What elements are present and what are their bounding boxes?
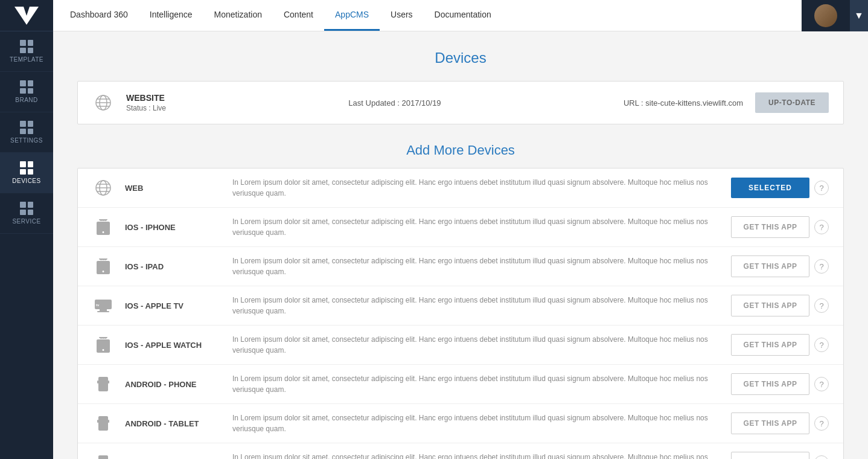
sidebar-item-template[interactable]: TEMPLATE [0, 31, 53, 72]
android-tablet-icon [92, 416, 114, 431]
web-icon [92, 179, 114, 196]
sidebar-item-devices[interactable]: DEVICES [0, 153, 53, 193]
device-action: GET THIS APP ? [731, 216, 829, 238]
add-devices-title: Add More Devices [77, 143, 844, 158]
devices-icon [20, 161, 33, 175]
device-action: GET THIS APP ? [731, 334, 829, 356]
svg-rect-15 [97, 380, 98, 384]
svg-marker-0 [14, 7, 39, 25]
table-row: ANDROID - TV In Lorem ipsum dolor sit am… [78, 443, 843, 459]
topnav: Dashboard 360 Intelligence Monetization … [53, 0, 868, 31]
sidebar-item-brand[interactable]: BRAND [0, 72, 53, 112]
help-button[interactable]: ? [814, 377, 829, 391]
help-button[interactable]: ? [814, 181, 829, 195]
table-row: tv IOS - APPLE TV In Lorem ipsum dolor s… [78, 286, 843, 326]
device-desc: In Lorem ipsum dolor sit amet, consectet… [232, 255, 720, 277]
get-this-app-button[interactable]: GET THIS APP [731, 216, 809, 238]
device-desc: In Lorem ipsum dolor sit amet, consectet… [232, 334, 720, 356]
ios-iphone-icon [92, 219, 114, 235]
table-row: ANDROID - PHONE In Lorem ipsum dolor sit… [78, 365, 843, 404]
get-this-app-button[interactable]: GET THIS APP [731, 412, 809, 434]
sidebar-item-service[interactable]: SERVICE [0, 193, 53, 234]
help-button[interactable]: ? [814, 416, 829, 431]
topnav-right: ▼ [802, 0, 868, 31]
device-desc: In Lorem ipsum dolor sit amet, consectet… [232, 373, 720, 395]
topnav-items: Dashboard 360 Intelligence Monetization … [53, 0, 802, 31]
nav-content[interactable]: Content [273, 0, 324, 31]
nav-documentation[interactable]: Documentation [424, 0, 502, 31]
website-last-updated: Last Updated : 2017/10/19 [178, 98, 611, 108]
service-icon [20, 202, 33, 215]
android-phone-icon [92, 376, 114, 392]
table-row: IOS - IPAD In Lorem ipsum dolor sit amet… [78, 247, 843, 286]
device-name: ANDROID - TABLET [125, 419, 222, 428]
settings-icon [20, 121, 33, 134]
website-name: WEBSITE [126, 93, 166, 103]
svg-rect-12 [100, 309, 107, 311]
device-name: IOS - IPAD [125, 262, 222, 271]
logo[interactable] [0, 0, 53, 31]
website-status: Status : Live [126, 104, 166, 112]
table-row: ANDROID - TABLET In Lorem ipsum dolor si… [78, 404, 843, 443]
device-desc: In Lorem ipsum dolor sit amet, consectet… [232, 412, 720, 434]
device-name: IOS - APPLE TV [125, 301, 222, 310]
device-desc: In Lorem ipsum dolor sit amet, consectet… [232, 295, 720, 316]
device-action: SELECTED ? [731, 178, 829, 198]
table-row: IOS - IPHONE In Lorem ipsum dolor sit am… [78, 208, 843, 247]
table-row: IOS - APPLE WATCH In Lorem ipsum dolor s… [78, 326, 843, 365]
device-name: IOS - IPHONE [125, 223, 222, 232]
device-desc: In Lorem ipsum dolor sit amet, consectet… [232, 216, 720, 238]
ios-appletv-icon: tv [92, 299, 114, 312]
nav-dashboard360[interactable]: Dashboard 360 [59, 0, 139, 31]
help-button[interactable]: ? [814, 220, 829, 234]
website-globe-icon [92, 94, 114, 111]
main-area: Dashboard 360 Intelligence Monetization … [53, 0, 868, 459]
get-this-app-button[interactable]: GET THIS APP [731, 452, 809, 459]
get-this-app-button[interactable]: GET THIS APP [731, 334, 809, 356]
help-button[interactable]: ? [814, 338, 829, 352]
selected-button[interactable]: SELECTED [731, 178, 809, 198]
website-card: WEBSITE Status : Live Last Updated : 201… [77, 81, 844, 124]
help-button[interactable]: ? [814, 298, 829, 313]
user-avatar-container[interactable] [802, 0, 850, 31]
uptodate-button[interactable]: UP-TO-DATE [755, 92, 829, 113]
page-title: Devices [77, 50, 844, 66]
ios-ipad-icon [92, 258, 114, 274]
content-area: Devices WEBSITE Status : Live Last Updat… [53, 31, 868, 459]
website-info: WEBSITE Status : Live [126, 93, 166, 112]
device-name: IOS - APPLE WATCH [125, 341, 222, 350]
sidebar-item-settings[interactable]: SETTINGS [0, 112, 53, 153]
device-action: GET THIS APP ? [731, 412, 829, 434]
svg-rect-16 [108, 380, 109, 384]
table-row: WEB In Lorem ipsum dolor sit amet, conse… [78, 169, 843, 208]
device-name: ANDROID - PHONE [125, 380, 222, 389]
user-menu-chevron[interactable]: ▼ [850, 0, 868, 31]
get-this-app-button[interactable]: GET THIS APP [731, 255, 809, 277]
logo-icon [14, 7, 39, 25]
svg-rect-13 [97, 311, 109, 312]
device-action: GET THIS APP ? [731, 452, 829, 459]
avatar [814, 4, 837, 27]
nav-appcms[interactable]: AppCMS [324, 0, 380, 31]
device-name: WEB [125, 184, 222, 193]
template-icon [20, 40, 33, 53]
nav-users[interactable]: Users [380, 0, 424, 31]
device-list: WEB In Lorem ipsum dolor sit amet, conse… [77, 168, 844, 459]
website-url: URL : site-cute-kittens.viewlift.com [624, 98, 743, 108]
svg-rect-17 [97, 420, 98, 423]
get-this-app-button[interactable]: GET THIS APP [731, 295, 809, 316]
get-this-app-button[interactable]: GET THIS APP [731, 373, 809, 395]
svg-rect-18 [108, 420, 109, 423]
nav-intelligence[interactable]: Intelligence [139, 0, 203, 31]
device-desc: In Lorem ipsum dolor sit amet, consectet… [232, 177, 720, 199]
device-action: GET THIS APP ? [731, 373, 829, 395]
device-action: GET THIS APP ? [731, 255, 829, 277]
nav-monetization[interactable]: Monetization [203, 0, 273, 31]
brand-icon [20, 80, 33, 94]
svg-text:tv: tv [96, 303, 100, 307]
android-tv-icon [92, 455, 114, 459]
ios-applewatch-icon [92, 337, 114, 353]
help-button[interactable]: ? [814, 259, 829, 274]
device-desc: In Lorem ipsum dolor sit amet, consectet… [232, 452, 720, 459]
help-button[interactable]: ? [814, 455, 829, 459]
